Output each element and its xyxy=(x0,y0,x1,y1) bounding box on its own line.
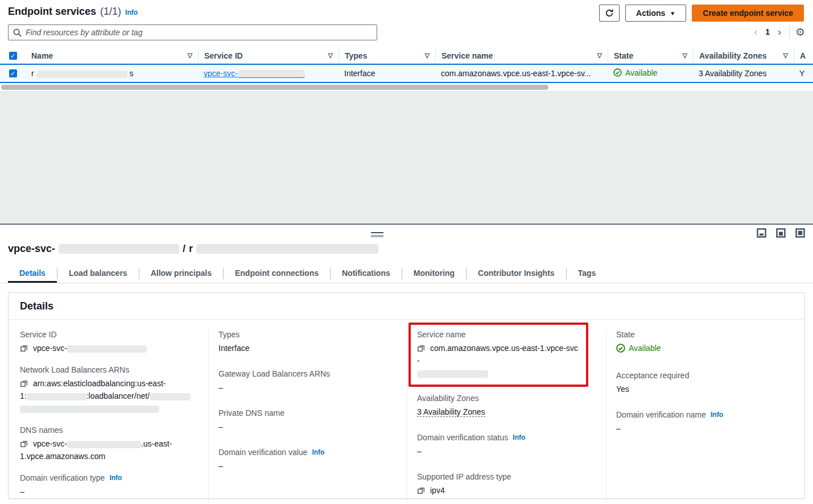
create-endpoint-service-button[interactable]: Create endpoint service xyxy=(692,5,804,22)
refresh-button[interactable] xyxy=(599,5,620,22)
status-text: Available xyxy=(625,68,658,77)
copy-icon[interactable] xyxy=(417,344,425,352)
actions-button[interactable]: Actions ▼ xyxy=(625,5,686,22)
copy-icon[interactable] xyxy=(417,486,425,494)
details-column-4: State Available Acceptance required xyxy=(606,329,804,504)
tab-tags[interactable]: Tags xyxy=(567,265,608,283)
panel-size-full-icon[interactable] xyxy=(795,228,805,238)
pagination-divider xyxy=(789,26,790,38)
field-acceptance-required: Acceptance required Yes xyxy=(616,370,797,395)
field-supported-ip: Supported IP address type ipv4 xyxy=(417,471,598,497)
panel-title: vpce-svc- / r xyxy=(8,243,378,255)
details-column-2: Types Interface Gateway Load Balancers A… xyxy=(208,329,407,504)
page-title-text: Endpoint services xyxy=(8,6,96,18)
field-service-id: Service ID vpce-svc- xyxy=(20,329,200,354)
redacted-service-name-tail xyxy=(417,370,488,378)
row-az-cell: 3 Availability Zones xyxy=(693,69,794,78)
tab-notifications[interactable]: Notifications xyxy=(331,265,402,283)
status-available-icon xyxy=(616,344,625,353)
state-value: Available xyxy=(629,342,661,354)
copy-icon[interactable] xyxy=(20,379,28,387)
previous-page-icon[interactable]: ‹ xyxy=(752,27,760,37)
filter-icon[interactable]: ▽ xyxy=(683,52,687,59)
info-link[interactable]: Info xyxy=(312,447,324,458)
row-name-cell: r s xyxy=(26,69,198,78)
resource-count: (1/1) xyxy=(100,6,121,18)
redacted-account-id xyxy=(27,393,86,400)
column-header-service-name[interactable]: Service name ▽ xyxy=(435,48,608,63)
details-card-body: Service ID vpce-svc- Network Load Balanc… xyxy=(9,320,804,497)
info-link[interactable]: Info xyxy=(711,409,723,420)
info-link[interactable]: Info xyxy=(109,472,122,484)
availability-zones-popover-link[interactable]: 3 Availability Zones xyxy=(699,69,767,78)
copy-icon[interactable] xyxy=(20,440,28,448)
redacted-name xyxy=(36,71,127,78)
page-number[interactable]: 1 xyxy=(765,27,770,36)
panel-size-medium-icon[interactable] xyxy=(776,228,786,238)
availability-zones-popover-link[interactable]: 3 Availability Zones xyxy=(417,407,485,417)
field-domain-verification-value: Domain verification value Info – xyxy=(218,447,399,472)
filter-icon[interactable]: ▽ xyxy=(425,52,430,59)
table-header-row: ✓ Name ▽ Service ID ▽ Types ▽ Service na… xyxy=(0,48,813,64)
field-glb-arns: Gateway Load Balancers ARNs – xyxy=(218,368,399,394)
tab-details[interactable]: Details xyxy=(8,265,57,283)
row-state-cell: Available xyxy=(608,68,693,79)
tab-contributor-insights[interactable]: Contributor Insights xyxy=(467,265,566,283)
filter-icon[interactable]: ▽ xyxy=(783,52,788,59)
column-header-types[interactable]: Types ▽ xyxy=(339,48,435,63)
tab-endpoint-connections[interactable]: Endpoint connections xyxy=(224,265,330,283)
field-domain-verification-type: Domain verification type Info – xyxy=(20,472,200,498)
row-checkbox[interactable]: ✓ xyxy=(9,69,17,77)
column-header-service-id[interactable]: Service ID ▽ xyxy=(198,48,339,63)
filter-icon[interactable]: ▽ xyxy=(597,52,602,59)
split-panel: vpce-svc- / r Details Load balancers All… xyxy=(0,224,813,504)
field-dns-names: DNS names vpce-svc-.us-east- 1.vpce.amaz… xyxy=(20,424,200,462)
redacted-arn-tail xyxy=(20,406,159,413)
row-types-cell: Interface xyxy=(339,69,435,78)
select-all-checkbox[interactable]: ✓ xyxy=(9,52,17,60)
horizontal-scrollbar[interactable] xyxy=(0,85,813,90)
details-column-3: Service name com.amazonaws.vpce.us-east-… xyxy=(407,329,606,504)
search-input[interactable] xyxy=(26,28,372,37)
content-gap xyxy=(0,91,813,224)
select-all-cell: ✓ xyxy=(0,48,26,63)
column-header-truncated[interactable]: A xyxy=(794,48,813,63)
chevron-down-icon: ▼ xyxy=(670,10,675,16)
search-box[interactable] xyxy=(8,24,377,40)
split-panel-drag-handle[interactable] xyxy=(371,232,383,237)
redacted-service-id xyxy=(238,70,305,78)
refresh-icon xyxy=(605,9,614,18)
gear-icon[interactable]: ⚙ xyxy=(795,27,805,38)
service-id-link[interactable]: vpce-svc- xyxy=(204,69,238,78)
panel-tabs: Details Load balancers Allow principals … xyxy=(0,265,813,283)
details-column-1: Service ID vpce-svc- Network Load Balanc… xyxy=(9,329,208,504)
tab-load-balancers[interactable]: Load balancers xyxy=(57,265,139,283)
field-types: Types Interface xyxy=(218,329,399,354)
field-domain-verification-status: Domain verification status Info – xyxy=(417,432,598,457)
field-service-name: Service name com.amazonaws.vpce.us-east-… xyxy=(417,329,580,379)
column-header-availability-zones[interactable]: Availability Zones ▽ xyxy=(693,48,794,63)
row-service-name-cell: com.amazonaws.vpce.us-east-1.vpce-sv... xyxy=(435,69,608,78)
table-row[interactable]: ✓ r s vpce-svc- Interface com.amazonaws.… xyxy=(0,64,813,83)
redacted-title-name xyxy=(196,244,378,254)
redacted-title-id xyxy=(59,244,179,254)
filter-icon[interactable]: ▽ xyxy=(188,52,192,59)
field-nlb-arns: Network Load Balancers ARNs arn:aws:elas… xyxy=(20,364,200,415)
next-page-icon[interactable]: › xyxy=(775,27,783,37)
horizontal-scrollbar-thumb[interactable] xyxy=(1,85,548,90)
field-availability-zones: Availability Zones 3 Availability Zones xyxy=(417,393,598,418)
panel-size-small-icon[interactable] xyxy=(757,228,766,238)
tab-monitoring[interactable]: Monitoring xyxy=(402,265,466,283)
column-header-state[interactable]: State ▽ xyxy=(608,48,693,63)
info-link[interactable]: Info xyxy=(513,432,525,443)
field-state: State Available xyxy=(616,329,797,356)
details-card: Details Service ID vpce-svc- Network Loa… xyxy=(8,292,805,499)
copy-icon[interactable] xyxy=(20,344,28,352)
status-available-icon xyxy=(613,68,622,77)
service-name-highlight-box: Service name com.amazonaws.vpce.us-east-… xyxy=(408,323,588,387)
column-header-name[interactable]: Name ▽ xyxy=(26,48,198,63)
endpoint-services-list: Endpoint services (1/1) Info Actions ▼ C… xyxy=(0,0,813,91)
filter-icon[interactable]: ▽ xyxy=(328,52,333,59)
title-info-link[interactable]: Info xyxy=(125,9,138,16)
tab-allow-principals[interactable]: Allow principals xyxy=(139,265,223,283)
